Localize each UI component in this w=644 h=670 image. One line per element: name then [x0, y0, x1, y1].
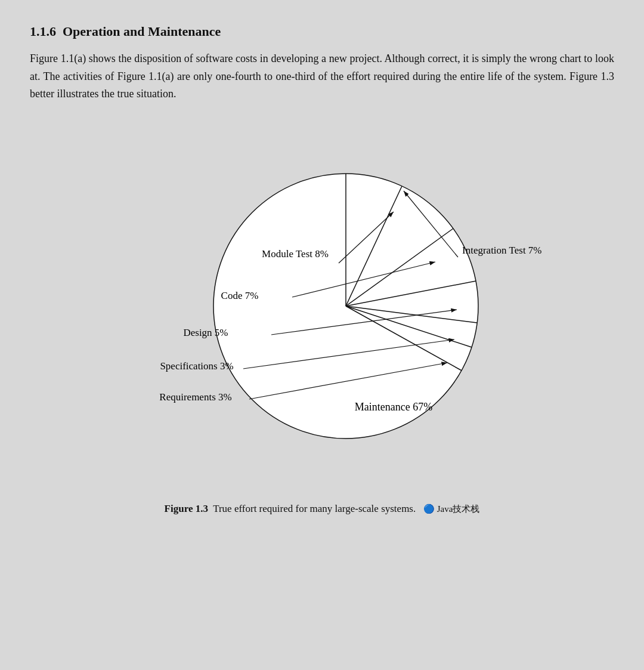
label-requirements: Requirements 3% [159, 391, 231, 403]
body-paragraph: Figure 1.1(a) shows the disposition of s… [30, 50, 614, 103]
section-heading: 1.1.6 Operation and Maintenance [30, 24, 614, 39]
figure-caption-text: True effort required for many large-scal… [213, 503, 416, 514]
label-specifications: Specifications 3% [160, 360, 233, 372]
section-title: Operation and Maintenance [63, 24, 221, 39]
label-integration-test: Integration Test 7% [462, 245, 542, 256]
chart-container: Integration Test 7% Module Test 8% Code … [30, 121, 614, 491]
label-design: Design 5% [183, 327, 228, 338]
figure-caption: Figure 1.3 True effort required for many… [30, 503, 614, 515]
label-maintenance: Maintenance 67% [355, 401, 432, 413]
label-code: Code 7% [221, 290, 259, 301]
watermark: 🔵 Java技术栈 [423, 504, 479, 514]
figure-label: Figure 1.3 [165, 503, 208, 514]
section-number: 1.1.6 [30, 24, 56, 39]
pie-chart-svg: Integration Test 7% Module Test 8% Code … [89, 121, 555, 479]
label-module-test: Module Test 8% [262, 248, 329, 260]
